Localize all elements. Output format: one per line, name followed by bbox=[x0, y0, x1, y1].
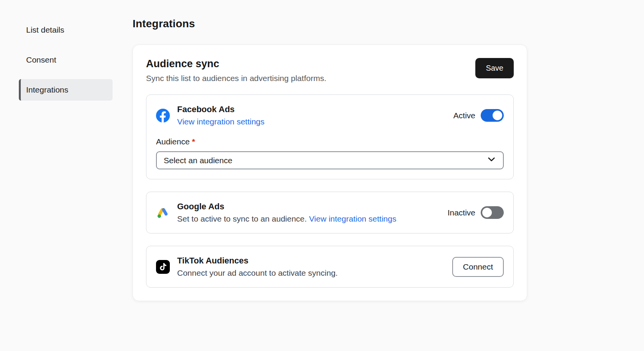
google-ads-controls: Inactive bbox=[448, 206, 504, 219]
tiktok-sub: Connect your ad account to activate sync… bbox=[177, 268, 338, 278]
page-title: Integrations bbox=[133, 18, 527, 30]
main-content: Integrations Audience sync Sync this lis… bbox=[133, 0, 527, 351]
google-view-integration-settings-link[interactable]: View integration settings bbox=[309, 214, 396, 223]
google-ads-section: Google Ads Set to active to sync to an a… bbox=[146, 192, 514, 233]
page: List details Consent Integrations Integr… bbox=[0, 0, 644, 351]
facebook-ads-text: Facebook Ads View integration settings bbox=[177, 104, 264, 126]
google-ads-row: Google Ads Set to active to sync to an a… bbox=[156, 202, 504, 224]
audience-sync-card: Audience sync Sync this list to audience… bbox=[133, 45, 527, 301]
tiktok-info: TikTok Audiences Connect your ad account… bbox=[156, 256, 338, 278]
google-ads-icon bbox=[156, 206, 170, 220]
google-ads-sub: Set to active to sync to an audience. Vi… bbox=[177, 214, 396, 224]
sidebar: List details Consent Integrations bbox=[0, 0, 133, 351]
audience-select[interactable]: Select an audience bbox=[156, 151, 504, 169]
audience-field-label-row: Audience* bbox=[156, 137, 504, 146]
facebook-ads-section: Facebook Ads View integration settings A… bbox=[146, 94, 514, 179]
google-status-label: Inactive bbox=[448, 208, 475, 217]
google-ads-name: Google Ads bbox=[177, 202, 396, 212]
connect-button[interactable]: Connect bbox=[452, 257, 504, 277]
save-button[interactable]: Save bbox=[475, 58, 514, 78]
sidebar-item-integrations[interactable]: Integrations bbox=[19, 79, 113, 101]
required-asterisk: * bbox=[192, 137, 195, 146]
card-subtitle: Sync this list to audiences in advertisi… bbox=[146, 74, 326, 83]
sidebar-item-list-details[interactable]: List details bbox=[19, 19, 113, 41]
google-ads-text: Google Ads Set to active to sync to an a… bbox=[177, 202, 396, 224]
tiktok-description: Connect your ad account to activate sync… bbox=[177, 268, 338, 277]
toggle-knob bbox=[482, 208, 492, 217]
toggle-knob bbox=[493, 111, 502, 120]
facebook-ads-controls: Active bbox=[453, 109, 504, 122]
tiktok-controls: Connect bbox=[452, 257, 504, 277]
facebook-ads-name: Facebook Ads bbox=[177, 104, 264, 114]
google-ads-info: Google Ads Set to active to sync to an a… bbox=[156, 202, 396, 224]
facebook-active-toggle[interactable] bbox=[481, 109, 504, 122]
google-active-toggle[interactable] bbox=[481, 206, 504, 219]
audience-field-label: Audience bbox=[156, 137, 190, 146]
facebook-ads-sub: View integration settings bbox=[177, 117, 264, 126]
facebook-view-integration-settings-link[interactable]: View integration settings bbox=[177, 117, 264, 126]
google-ads-description: Set to active to sync to an audience. bbox=[177, 214, 307, 223]
chevron-down-icon bbox=[487, 155, 496, 166]
sidebar-item-consent[interactable]: Consent bbox=[19, 49, 113, 71]
facebook-ads-row: Facebook Ads View integration settings A… bbox=[156, 104, 504, 126]
tiktok-icon bbox=[156, 260, 170, 274]
tiktok-name: TikTok Audiences bbox=[177, 256, 338, 266]
facebook-ads-info: Facebook Ads View integration settings bbox=[156, 104, 264, 126]
tiktok-text: TikTok Audiences Connect your ad account… bbox=[177, 256, 338, 278]
card-header-text: Audience sync Sync this list to audience… bbox=[146, 58, 326, 83]
tiktok-section: TikTok Audiences Connect your ad account… bbox=[146, 246, 514, 288]
audience-field: Audience* Select an audience bbox=[156, 137, 504, 169]
facebook-icon bbox=[156, 109, 170, 123]
facebook-status-label: Active bbox=[453, 111, 475, 120]
audience-select-value: Select an audience bbox=[164, 156, 232, 165]
card-header: Audience sync Sync this list to audience… bbox=[146, 58, 514, 83]
card-title: Audience sync bbox=[146, 58, 326, 70]
tiktok-row: TikTok Audiences Connect your ad account… bbox=[156, 256, 504, 278]
